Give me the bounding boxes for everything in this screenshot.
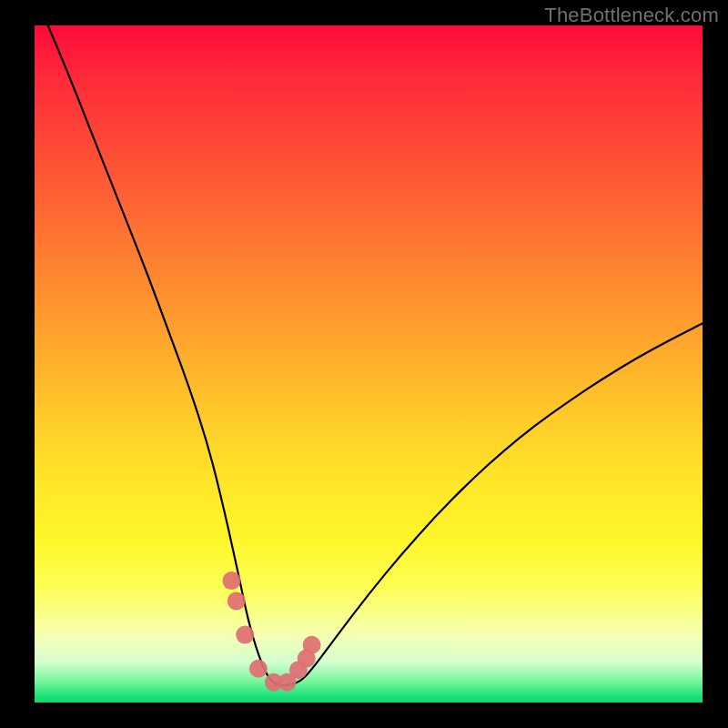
highlight-point [223,571,241,590]
highlight-points [223,571,321,692]
plot-area [35,25,703,703]
watermark-text: TheBottleneck.com [544,4,719,27]
highlight-point [303,636,321,654]
highlight-point [249,660,268,678]
chart-frame: TheBottleneck.com [0,0,728,728]
bottleneck-curve [48,25,703,685]
highlight-point [236,626,254,644]
curve-layer [35,25,703,703]
highlight-point [228,592,246,610]
